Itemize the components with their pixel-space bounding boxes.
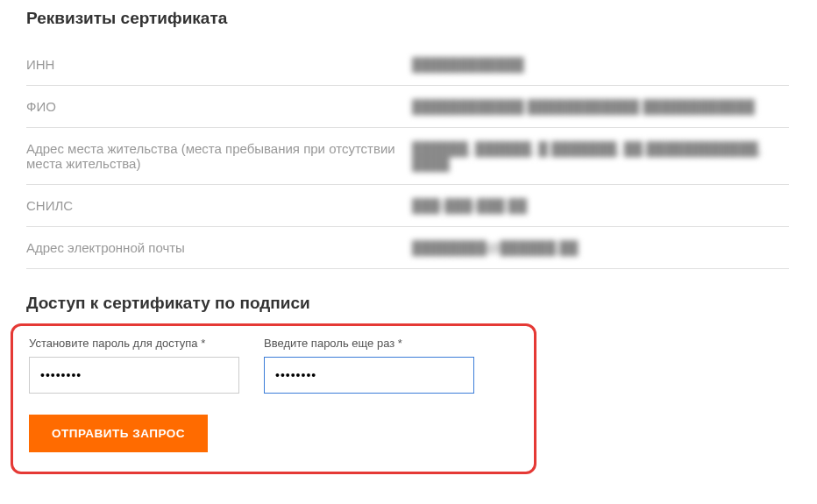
inn-label: ИНН	[26, 44, 412, 86]
snils-label: СНИЛС	[26, 185, 412, 227]
password1-input[interactable]	[29, 357, 239, 394]
fio-label: ФИО	[26, 86, 412, 128]
address-label: Адрес места жительства (места пребывания…	[26, 128, 412, 185]
password-fields-row: Установите пароль для доступа * Введите …	[29, 337, 518, 394]
password2-input[interactable]	[264, 357, 474, 394]
certificate-details-title: Реквизиты сертификата	[26, 9, 817, 28]
table-row: ИНН ████████████	[26, 44, 789, 86]
password2-label: Введите пароль еще раз *	[264, 337, 474, 350]
email-value: ████████@██████.██	[412, 227, 789, 269]
password-highlight-box: Установите пароль для доступа * Введите …	[11, 323, 536, 474]
table-row: СНИЛС ███-███-███ ██	[26, 185, 789, 227]
table-row: Адрес электронной почты ████████@██████.…	[26, 227, 789, 269]
email-label: Адрес электронной почты	[26, 227, 412, 269]
inn-value: ████████████	[412, 44, 789, 86]
password-field-set: Установите пароль для доступа *	[29, 337, 239, 394]
password-field-confirm: Введите пароль еще раз *	[264, 337, 474, 394]
password1-label: Установите пароль для доступа *	[29, 337, 239, 350]
table-row: ФИО ████████████ ████████████ ██████████…	[26, 86, 789, 128]
table-row: Адрес места жительства (места пребывания…	[26, 128, 789, 185]
access-section-title: Доступ к сертификату по подписи	[26, 294, 817, 313]
address-value: ██████, ██████, █ ███████, ██.██████████…	[412, 128, 789, 185]
certificate-details-table: ИНН ████████████ ФИО ████████████ ██████…	[26, 44, 789, 269]
submit-request-button[interactable]: ОТПРАВИТЬ ЗАПРОС	[29, 415, 208, 452]
snils-value: ███-███-███ ██	[412, 185, 789, 227]
fio-value: ████████████ ████████████ ████████████	[412, 86, 789, 128]
